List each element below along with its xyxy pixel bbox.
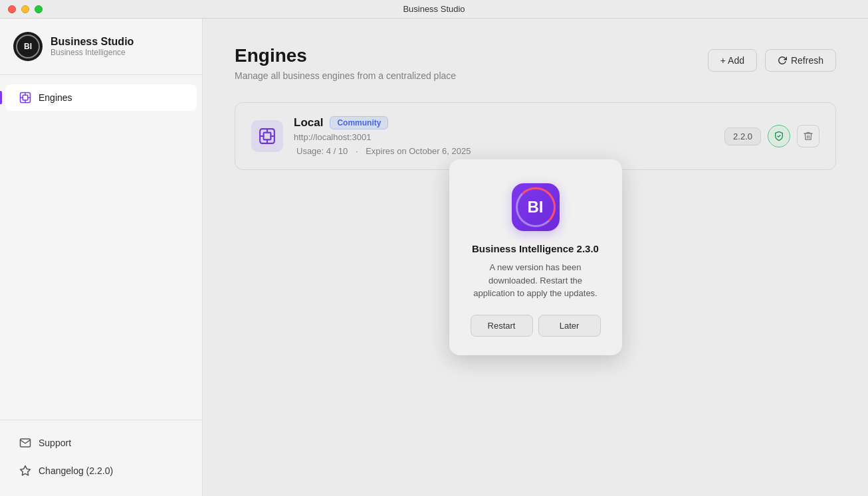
main-content: Engines Manage all business engines from… — [203, 19, 868, 496]
title-bar: Business Studio — [0, 0, 868, 19]
sidebar-item-engines[interactable]: Engines — [5, 84, 197, 111]
sidebar-app-subtitle: Business Intelligence — [51, 48, 134, 57]
sidebar-header: BI Business Studio Business Intelligence — [0, 19, 202, 75]
later-button[interactable]: Later — [538, 315, 601, 337]
modal-buttons: Restart Later — [471, 315, 601, 337]
sidebar-footer: Support Changelog (2.2.0) — [0, 420, 202, 496]
modal-description: A new version has been downloaded. Resta… — [471, 261, 601, 300]
sidebar: BI Business Studio Business Intelligence — [0, 19, 203, 496]
maximize-button[interactable] — [35, 5, 43, 13]
sidebar-item-changelog-label: Changelog (2.2.0) — [39, 465, 113, 476]
sidebar-nav: Engines — [0, 75, 202, 420]
engines-icon — [19, 91, 32, 104]
app-logo: BI — [13, 32, 43, 61]
modal-app-icon: BI — [512, 183, 560, 231]
modal-overlay: BI Business Intelligence 2.3.0 A new ver… — [203, 19, 868, 496]
restart-button[interactable]: Restart — [471, 315, 533, 337]
sidebar-app-info: Business Studio Business Intelligence — [51, 36, 134, 57]
support-icon — [19, 436, 32, 450]
sidebar-app-name: Business Studio — [51, 36, 134, 48]
close-button[interactable] — [8, 5, 16, 13]
modal-icon-text: BI — [528, 198, 544, 216]
app-logo-text: BI — [24, 42, 32, 51]
app-logo-inner: BI — [16, 35, 40, 58]
svg-marker-6 — [21, 466, 31, 475]
minimize-button[interactable] — [21, 5, 29, 13]
window-controls — [8, 5, 43, 13]
modal-title: Business Intelligence 2.3.0 — [472, 243, 599, 254]
sidebar-item-engines-label: Engines — [39, 92, 72, 103]
sidebar-item-changelog[interactable]: Changelog (2.2.0) — [5, 457, 197, 484]
window-title: Business Studio — [403, 4, 465, 14]
svg-rect-1 — [23, 95, 28, 100]
update-modal: BI Business Intelligence 2.3.0 A new ver… — [449, 159, 622, 355]
sidebar-item-support[interactable]: Support — [5, 430, 197, 456]
changelog-icon — [19, 464, 32, 477]
sidebar-item-support-label: Support — [39, 438, 71, 448]
